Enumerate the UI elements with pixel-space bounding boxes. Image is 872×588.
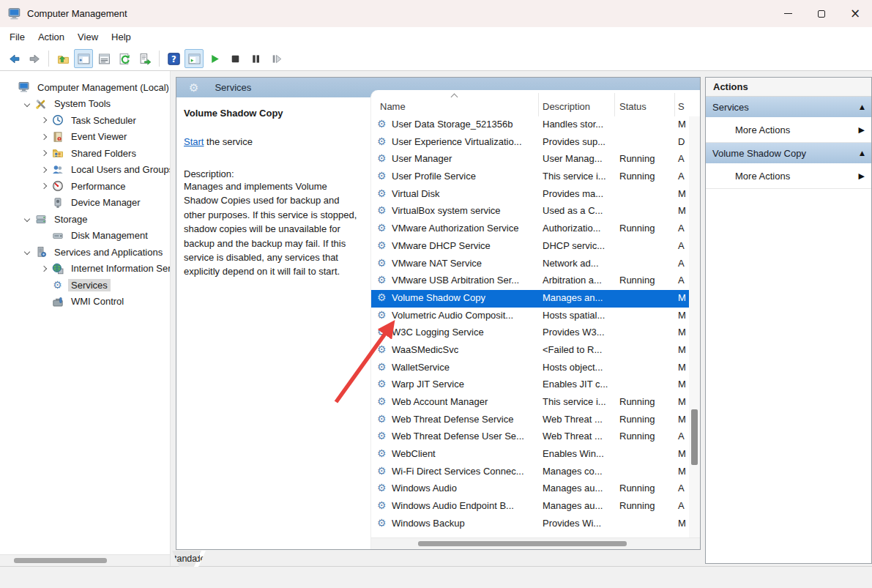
chevron-right-icon[interactable]	[41, 266, 47, 272]
service-row-vmware-dhcp-service[interactable]: ⚙VMware DHCP ServiceDHCP servic...A	[371, 238, 700, 256]
service-row-virtualbox-system-service[interactable]: ⚙VirtualBox system serviceUsed as a C...…	[371, 203, 700, 220]
minimize-button[interactable]	[771, 0, 805, 27]
chevron-right-icon[interactable]	[41, 117, 47, 123]
service-row-vmware-nat-service[interactable]: ⚙VMware NAT ServiceNetwork ad...A	[371, 256, 700, 273]
tree-item-services[interactable]: ⚙Services	[0, 277, 170, 294]
help-button[interactable]: ?	[164, 49, 183, 68]
back-button[interactable]	[4, 49, 23, 68]
service-row-webclient[interactable]: ⚙WebClientEnables Win...M	[371, 446, 700, 464]
tree-item-event-viewer[interactable]: Event Viewer	[0, 129, 170, 146]
service-row-user-data-storage-521356b[interactable]: ⚙User Data Storage_521356bHandles stor..…	[371, 116, 700, 134]
service-row-windows-backup[interactable]: ⚙Windows BackupProvides Wi...M	[371, 516, 700, 533]
service-status: Running	[619, 500, 655, 511]
service-row-web-account-manager[interactable]: ⚙Web Account ManagerThis service i...Run…	[371, 394, 700, 412]
vertical-scrollbar-thumb[interactable]	[691, 409, 698, 465]
start-service-button[interactable]	[205, 49, 224, 68]
service-row-web-threat-defense-user-se[interactable]: ⚙Web Threat Defense User Se...Web Threat…	[371, 428, 700, 446]
chevron-right-icon[interactable]	[41, 134, 47, 140]
service-row-w3c-logging-service[interactable]: ⚙W3C Logging ServiceProvides W3...M	[371, 324, 700, 342]
horizontal-scrollbar[interactable]	[371, 537, 700, 549]
tree-item-internet-information-ser[interactable]: Internet Information Ser	[0, 261, 170, 278]
column-divider[interactable]	[614, 93, 615, 116]
tree-horizontal-scrollbar[interactable]	[0, 554, 171, 566]
service-row-user-manager[interactable]: ⚙User ManagerUser Manag...RunningA	[371, 151, 700, 168]
tree-item-task-scheduler[interactable]: Task Scheduler	[0, 112, 170, 129]
service-row-web-threat-defense-service[interactable]: ⚙Web Threat Defense ServiceWeb Threat ..…	[371, 412, 700, 429]
close-button[interactable]: ×	[838, 0, 872, 27]
export-icon	[139, 53, 152, 65]
column-divider[interactable]	[674, 93, 675, 116]
show-action-pane-button[interactable]	[185, 49, 204, 68]
menu-action[interactable]: Action	[31, 29, 71, 45]
service-row-wi-fi-direct-services-connec[interactable]: ⚙Wi-Fi Direct Services Connec...Manages …	[371, 464, 700, 481]
service-row-waasmedicsvc[interactable]: ⚙WaaSMedicSvc<Failed to R...M	[371, 342, 700, 360]
service-row-walletservice[interactable]: ⚙WalletServiceHosts object...M	[371, 360, 700, 377]
vertical-scrollbar[interactable]	[689, 116, 700, 537]
tree-scrollbar-thumb[interactable]	[14, 558, 107, 563]
actions-title: Actions	[706, 78, 871, 97]
service-row-volume-shadow-copy[interactable]: ⚙Volume Shadow CopyManages an...M	[371, 290, 700, 308]
horizontal-scrollbar-thumb[interactable]	[418, 541, 627, 546]
service-row-vmware-authorization-service[interactable]: ⚙VMware Authorization ServiceAuthorizati…	[371, 220, 700, 238]
tree-item-shared-folders[interactable]: Shared Folders	[0, 145, 170, 162]
tree-item-device-manager[interactable]: Device Manager	[0, 195, 170, 212]
service-row-warp-jit-service[interactable]: ⚙Warp JIT ServiceEnables JIT c...M	[371, 376, 700, 394]
chevron-down-icon[interactable]	[24, 249, 30, 255]
show-console-tree-button[interactable]	[74, 49, 93, 68]
play-icon	[209, 53, 221, 65]
column-divider[interactable]	[538, 93, 539, 116]
service-row-windows-audio[interactable]: ⚙Windows AudioManages au...RunningA	[371, 480, 700, 498]
service-row-vmware-usb-arbitration-ser[interactable]: ⚙VMware USB Arbitration Ser...Arbitratio…	[371, 272, 700, 290]
service-row-user-profile-service[interactable]: ⚙User Profile ServiceThis service i...Ru…	[371, 168, 700, 186]
forward-button[interactable]	[25, 49, 44, 68]
tree-item-storage[interactable]: Storage	[0, 211, 170, 228]
actions-section-volume-shadow-copy[interactable]: Volume Shadow Copy▲	[706, 143, 871, 163]
chevron-right-icon[interactable]	[41, 150, 47, 156]
up-one-level-button[interactable]	[53, 49, 72, 68]
tree-item-wmi-control[interactable]: WMI Control	[0, 294, 170, 310]
start-service-link[interactable]: Start	[184, 136, 204, 147]
action-item-label: More Actions	[735, 171, 859, 182]
tree-item-computer-management-local[interactable]: Computer Management (Local)	[0, 79, 170, 96]
tree-item-system-tools[interactable]: System Tools	[0, 96, 170, 113]
column-header-name[interactable]: Name	[380, 101, 406, 112]
menu-view[interactable]: View	[71, 29, 105, 45]
export-list-button[interactable]	[135, 49, 154, 68]
service-row-virtual-disk[interactable]: ⚙Virtual DiskProvides ma...M	[371, 186, 700, 204]
service-row-user-experience-virtualizatio[interactable]: ⚙User Experience Virtualizatio...Provide…	[371, 134, 700, 152]
chevron-down-icon[interactable]	[24, 216, 30, 222]
properties-button[interactable]	[94, 49, 113, 68]
pause-service-button[interactable]	[246, 49, 265, 68]
service-startup-type: M	[678, 518, 686, 529]
collapse-icon[interactable]: ▲	[860, 103, 865, 111]
minimize-icon	[784, 13, 792, 14]
chevron-right-icon[interactable]	[41, 183, 47, 189]
main-area: Computer Management (Local)System ToolsT…	[0, 71, 872, 588]
menu-help[interactable]: Help	[105, 29, 138, 45]
tree-item-disk-management[interactable]: Disk Management	[0, 228, 170, 245]
restart-service-button[interactable]	[267, 49, 286, 68]
service-row-volumetric-audio-composit[interactable]: ⚙Volumetric Audio Composit...Hosts spati…	[371, 308, 700, 325]
service-row-windows-audio-endpoint-b[interactable]: ⚙Windows Audio Endpoint B...Manages au..…	[371, 498, 700, 516]
service-status: Running	[619, 275, 655, 286]
chevron-down-icon[interactable]	[24, 101, 30, 107]
tree-item-local-users-and-groups[interactable]: Local Users and Groups	[0, 162, 170, 179]
maximize-button[interactable]	[805, 0, 838, 27]
service-description-cell: Manages an...	[543, 292, 616, 303]
column-header-status[interactable]: Status	[619, 101, 646, 112]
tree-item-services-and-applications[interactable]: Services and Applications	[0, 244, 170, 261]
chevron-right-icon[interactable]	[41, 167, 47, 173]
actions-section-services[interactable]: Services▲	[706, 97, 871, 117]
disk-management-icon	[51, 229, 64, 242]
column-header-s[interactable]: S	[678, 101, 685, 112]
tree-item-performance[interactable]: Performance	[0, 178, 170, 195]
collapse-icon[interactable]: ▲	[860, 149, 865, 157]
service-startup-type: M	[678, 344, 686, 355]
refresh-button[interactable]	[115, 49, 134, 68]
tree-item-label: Internet Information Ser	[68, 262, 171, 275]
action-item-volume-shadow-copy-more-actions[interactable]: More Actions▶	[706, 163, 871, 189]
column-header-description[interactable]: Description	[543, 101, 590, 112]
action-item-services-more-actions[interactable]: More Actions▶	[706, 117, 871, 143]
stop-service-button[interactable]	[226, 49, 245, 68]
menu-file[interactable]: File	[3, 29, 31, 45]
